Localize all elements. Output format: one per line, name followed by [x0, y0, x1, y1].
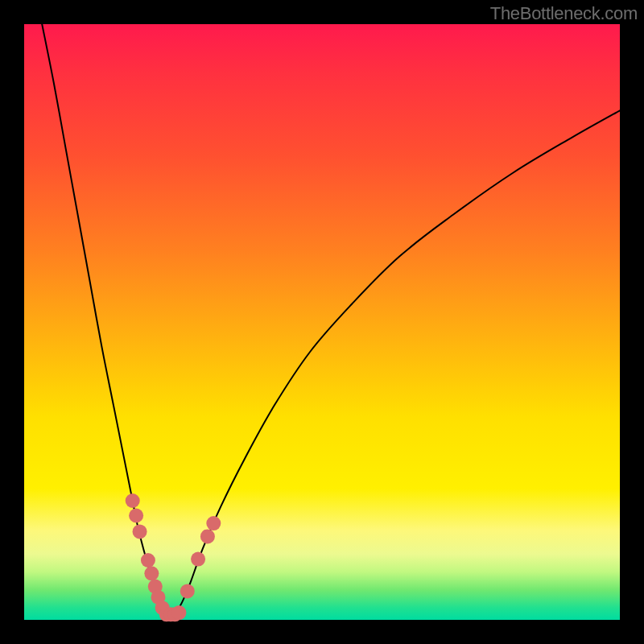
data-marker [144, 566, 159, 580]
data-marker [126, 493, 140, 508]
data-marker [133, 524, 147, 539]
data-marker [171, 605, 186, 620]
chart-frame: TheBottleneck.com [0, 0, 644, 644]
curve-left-curve [42, 24, 167, 617]
chart-curves [42, 24, 620, 617]
chart-plot-area [24, 24, 620, 620]
data-marker [191, 552, 205, 567]
chart-markers [126, 493, 221, 621]
data-marker [200, 529, 215, 543]
data-marker [141, 553, 155, 568]
curve-right-curve [173, 110, 620, 616]
data-marker [180, 584, 195, 598]
data-marker [206, 516, 221, 530]
watermark-text: TheBottleneck.com [490, 3, 638, 24]
chart-svg [24, 24, 620, 620]
data-marker [129, 509, 143, 523]
